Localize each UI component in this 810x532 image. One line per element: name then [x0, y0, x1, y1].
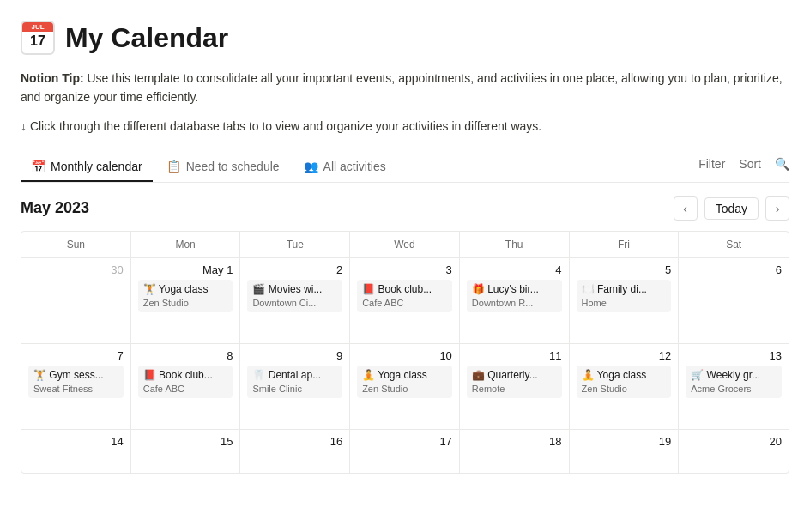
cell-date: 30 [28, 263, 124, 276]
calendar-cell: 18 [460, 430, 570, 473]
cell-date: 12 [577, 349, 672, 362]
calendar-cell: 12🧘 Yoga classZen Studio [570, 344, 680, 429]
calendar-cell: 5🍽️ Family di...Home [570, 258, 680, 343]
day-header-fri: Fri [570, 232, 680, 257]
event-card[interactable]: 🏋️ Yoga classZen Studio [138, 280, 233, 312]
cell-date: 5 [577, 263, 672, 276]
calendar-cell: 17 [350, 430, 460, 473]
calendar-cell: 3📕 Book club...Cafe ABC [350, 258, 460, 343]
cell-date: 17 [357, 435, 452, 448]
cell-date: 20 [686, 435, 782, 448]
calendar-days-header: SunMonTueWedThuFriSat [21, 232, 789, 258]
cell-date: 15 [138, 435, 233, 448]
calendar-cell: 10🧘 Yoga classZen Studio [350, 344, 460, 429]
cell-date: 16 [247, 435, 342, 448]
event-location: Cafe ABC [362, 297, 447, 310]
event-name: 💼 Quarterly... [472, 368, 557, 383]
calendar-cell: 6 [679, 258, 789, 343]
need-to-schedule-icon: 📋 [166, 160, 181, 173]
event-name: 🎁 Lucy's bir... [472, 282, 557, 297]
event-location: Zen Studio [143, 297, 228, 310]
tab-need-to-schedule-label: Need to schedule [186, 160, 280, 173]
calendar-cell: 9🦷 Dental ap...Smile Clinic [240, 344, 350, 429]
tabs-bar: 📅 Monthly calendar 📋 Need to schedule 👥 … [21, 153, 789, 183]
cell-date: 11 [467, 349, 562, 362]
event-name: 🎬 Movies wi... [252, 282, 337, 297]
icon-month: JUL [22, 22, 53, 32]
cell-date: 8 [138, 349, 233, 362]
page-title: My Calendar [65, 22, 228, 54]
event-card[interactable]: 🧘 Yoga classZen Studio [577, 366, 672, 398]
event-card[interactable]: 🎁 Lucy's bir...Downtown R... [467, 280, 562, 312]
event-card[interactable]: 💼 Quarterly...Remote [467, 366, 562, 398]
event-name: 📕 Book club... [143, 368, 228, 383]
day-header-thu: Thu [460, 232, 570, 257]
event-location: Cafe ABC [143, 383, 228, 396]
cell-date: 6 [686, 263, 782, 276]
day-header-tue: Tue [240, 232, 350, 257]
calendar-cell: 2🎬 Movies wi...Downtown Ci... [240, 258, 350, 343]
event-card[interactable]: 🛒 Weekly gr...Acme Grocers [686, 366, 782, 398]
tab-monthly-calendar[interactable]: 📅 Monthly calendar [21, 153, 153, 182]
prev-month-button[interactable]: ‹ [674, 196, 698, 221]
calendar-cell: 14 [21, 430, 131, 473]
tab-all-activities-label: All activities [323, 160, 386, 173]
event-card[interactable]: 📕 Book club...Cafe ABC [138, 366, 233, 398]
event-card[interactable]: 🦷 Dental ap...Smile Clinic [247, 366, 342, 398]
cell-date: 10 [357, 349, 452, 362]
event-location: Smile Clinic [252, 383, 337, 396]
tab-need-to-schedule[interactable]: 📋 Need to schedule [156, 153, 290, 182]
cell-date: May 1 [138, 263, 233, 276]
arrow-tip: ↓ Click through the different database t… [21, 118, 789, 136]
event-location: Zen Studio [582, 383, 667, 396]
event-card[interactable]: 🏋️ Gym sess...Sweat Fitness [28, 366, 124, 398]
calendar-cell: 19 [570, 430, 680, 473]
event-card[interactable]: 🎬 Movies wi...Downtown Ci... [247, 280, 342, 312]
day-header-wed: Wed [350, 232, 460, 257]
day-header-sun: Sun [21, 232, 131, 257]
event-name: 🍽️ Family di... [582, 282, 667, 297]
search-button[interactable]: 🔍 [775, 157, 789, 171]
filter-button[interactable]: Filter [698, 157, 725, 171]
event-card[interactable]: 🧘 Yoga classZen Studio [357, 366, 452, 398]
calendar-cell: 16 [240, 430, 350, 473]
event-name: 🧘 Yoga class [362, 368, 447, 383]
cell-date: 3 [357, 263, 452, 276]
event-name: 🏋️ Gym sess... [33, 368, 118, 383]
calendar-nav: ‹ Today › [674, 196, 789, 221]
tabs-right: Filter Sort 🔍 [698, 157, 789, 178]
tip-section: Notion Tip: Use this template to consoli… [21, 69, 789, 107]
calendar-cell: 30 [21, 258, 131, 343]
event-card[interactable]: 📕 Book club...Cafe ABC [357, 280, 452, 312]
tip-text: Use this template to consolidate all you… [21, 71, 783, 104]
calendar-week: 30May 1🏋️ Yoga classZen Studio2🎬 Movies … [21, 258, 789, 344]
tab-all-activities[interactable]: 👥 All activities [293, 153, 396, 182]
day-header-mon: Mon [131, 232, 241, 257]
event-location: Remote [472, 383, 557, 396]
sort-button[interactable]: Sort [739, 157, 761, 171]
next-month-button[interactable]: › [765, 196, 789, 221]
calendar-cell: May 1🏋️ Yoga classZen Studio [131, 258, 241, 343]
cell-date: 18 [467, 435, 562, 448]
event-location: Sweat Fitness [33, 383, 118, 396]
tip-label: Notion Tip: [21, 71, 84, 85]
today-button[interactable]: Today [704, 197, 759, 220]
event-card[interactable]: 🍽️ Family di...Home [577, 280, 672, 312]
day-header-sat: Sat [679, 232, 789, 257]
cell-date: 7 [28, 349, 124, 362]
event-name: 📕 Book club... [362, 282, 447, 297]
page-icon: JUL 17 [21, 21, 55, 55]
event-location: Downtown Ci... [252, 297, 337, 310]
icon-date: 17 [30, 32, 45, 51]
monthly-calendar-icon: 📅 [31, 160, 45, 173]
calendar-cell: 7🏋️ Gym sess...Sweat Fitness [21, 344, 131, 429]
calendar-header: May 2023 ‹ Today › [21, 183, 789, 231]
all-activities-icon: 👥 [304, 160, 318, 173]
calendar-week: 7🏋️ Gym sess...Sweat Fitness8📕 Book club… [21, 344, 789, 430]
tabs-left: 📅 Monthly calendar 📋 Need to schedule 👥 … [21, 153, 698, 182]
calendar-month-title: May 2023 [21, 199, 89, 217]
event-name: 🧘 Yoga class [582, 368, 667, 383]
cell-date: 2 [247, 263, 342, 276]
event-name: 🦷 Dental ap... [252, 368, 337, 383]
event-location: Zen Studio [362, 383, 447, 396]
